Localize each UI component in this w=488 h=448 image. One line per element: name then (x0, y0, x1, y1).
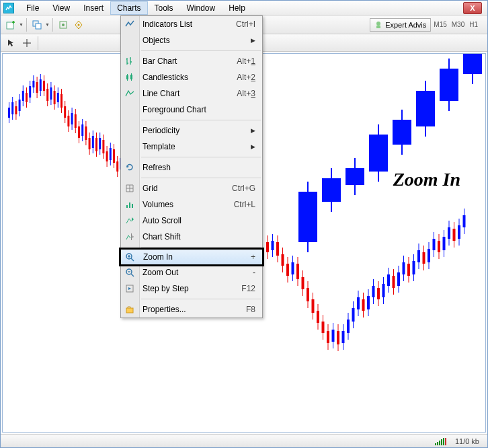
menu-tools[interactable]: Tools (148, 1, 180, 15)
menu-help[interactable]: Help (222, 1, 252, 15)
svg-rect-65 (89, 138, 91, 149)
menu-properties[interactable]: Properties...F8 (121, 301, 262, 318)
zoom-in-icon (124, 252, 135, 262)
status-kb: 11/0 kb (455, 437, 479, 445)
crosshair-tool[interactable] (19, 36, 34, 50)
menu-auto-scroll[interactable]: Auto Scroll (121, 213, 262, 229)
menu-grid[interactable]: GridCtrl+G (121, 180, 262, 196)
svg-rect-155 (438, 241, 440, 252)
svg-rect-127 (367, 296, 370, 309)
connection-signal-icon (435, 437, 448, 445)
svg-rect-21 (11, 102, 13, 114)
svg-rect-99 (296, 264, 299, 279)
svg-rect-23 (15, 106, 17, 114)
navigator-button[interactable] (71, 17, 86, 32)
svg-rect-151 (428, 249, 430, 262)
svg-rect-123 (357, 297, 360, 309)
svg-rect-163 (458, 225, 460, 239)
svg-rect-101 (302, 277, 304, 289)
menu-candlesticks[interactable]: CandlesticksAlt+2 (121, 69, 262, 85)
profiles-button[interactable] (30, 17, 44, 32)
zoom-out-icon (124, 267, 135, 278)
svg-rect-59 (78, 126, 80, 138)
svg-rect-121 (352, 308, 355, 322)
svg-rect-12 (132, 204, 133, 208)
menu-template[interactable]: Template▶ (121, 139, 262, 155)
cursor-tool[interactable] (3, 36, 18, 50)
svg-rect-91 (276, 242, 279, 256)
timeframe-h1[interactable]: H1 (467, 20, 480, 30)
menu-objects[interactable]: Objects▶ (121, 32, 262, 48)
svg-rect-109 (322, 322, 325, 333)
svg-rect-55 (71, 113, 73, 124)
menu-refresh[interactable]: Refresh (121, 159, 262, 176)
svg-rect-137 (393, 276, 395, 288)
menu-zoom-in[interactable]: Zoom In+ (120, 249, 263, 265)
menu-foreground-chart[interactable]: Foreground Chart (121, 102, 262, 118)
dropdown-arrow-icon[interactable]: ▼ (45, 22, 50, 27)
svg-rect-177 (416, 91, 435, 126)
market-watch-button[interactable] (56, 17, 71, 32)
submenu-arrow-icon: ▶ (251, 37, 255, 44)
menu-line-chart[interactable]: Line ChartAlt+3 (121, 85, 262, 102)
svg-rect-179 (440, 69, 458, 101)
svg-rect-117 (342, 331, 345, 343)
menu-indicators-list[interactable]: Indicators ListCtrl+I (121, 16, 262, 32)
window-close-button[interactable]: X (463, 2, 482, 14)
svg-rect-77 (110, 148, 112, 160)
svg-rect-97 (292, 262, 294, 274)
statusbar: 11/0 kb (1, 434, 487, 447)
submenu-arrow-icon: ▶ (251, 143, 255, 150)
svg-rect-35 (36, 82, 38, 93)
svg-rect-149 (423, 252, 425, 264)
svg-rect-87 (266, 242, 269, 252)
menu-step-by-step[interactable]: Step by StepF12 (121, 281, 262, 297)
svg-rect-45 (54, 91, 56, 104)
volumes-icon (124, 199, 135, 210)
svg-point-4 (62, 24, 65, 26)
svg-rect-133 (382, 284, 385, 297)
candlestick-icon (124, 72, 135, 83)
menubar: File View Insert Charts Tools Window Hel… (1, 1, 487, 15)
bar-chart-icon (124, 56, 135, 67)
menu-insert[interactable]: Insert (77, 1, 110, 15)
menu-view[interactable]: View (46, 1, 77, 15)
menu-zoom-out[interactable]: Zoom Out- (121, 264, 262, 281)
svg-rect-171 (345, 168, 364, 185)
menu-window[interactable]: Window (180, 1, 222, 15)
timeframe-m15[interactable]: M15 (432, 20, 448, 30)
svg-rect-17 (126, 308, 133, 313)
menu-file[interactable]: File (19, 1, 46, 15)
svg-rect-75 (106, 151, 108, 161)
svg-rect-167 (298, 192, 317, 242)
svg-rect-173 (369, 135, 388, 172)
svg-rect-139 (397, 272, 400, 286)
svg-rect-79 (113, 149, 115, 163)
expert-advisors-button[interactable]: Expert Advis (370, 18, 431, 32)
svg-rect-37 (40, 79, 42, 91)
svg-rect-143 (407, 264, 410, 276)
app-icon (3, 3, 14, 13)
svg-rect-19 (8, 108, 10, 118)
svg-rect-113 (332, 330, 335, 342)
timeframe-m30[interactable]: M30 (450, 20, 466, 30)
svg-rect-181 (463, 54, 482, 74)
svg-rect-53 (67, 116, 69, 126)
svg-rect-25 (19, 100, 21, 111)
svg-rect-73 (102, 140, 104, 153)
menu-bar-chart[interactable]: Bar ChartAlt+1 (121, 53, 262, 69)
new-chart-button[interactable] (3, 17, 18, 32)
svg-rect-107 (317, 311, 319, 323)
menu-periodicity[interactable]: Periodicity▶ (121, 122, 262, 139)
menu-volumes[interactable]: VolumesCtrl+L (121, 196, 262, 213)
step-icon (124, 283, 135, 294)
grid-icon (124, 183, 135, 194)
svg-rect-103 (307, 288, 309, 301)
menu-chart-shift[interactable]: Chart Shift (121, 229, 262, 245)
svg-rect-51 (64, 106, 66, 118)
menu-charts[interactable]: Charts (110, 1, 147, 15)
svg-rect-135 (387, 274, 390, 286)
svg-rect-93 (282, 254, 284, 266)
svg-rect-7 (376, 26, 380, 28)
dropdown-arrow-icon[interactable]: ▼ (19, 22, 24, 27)
